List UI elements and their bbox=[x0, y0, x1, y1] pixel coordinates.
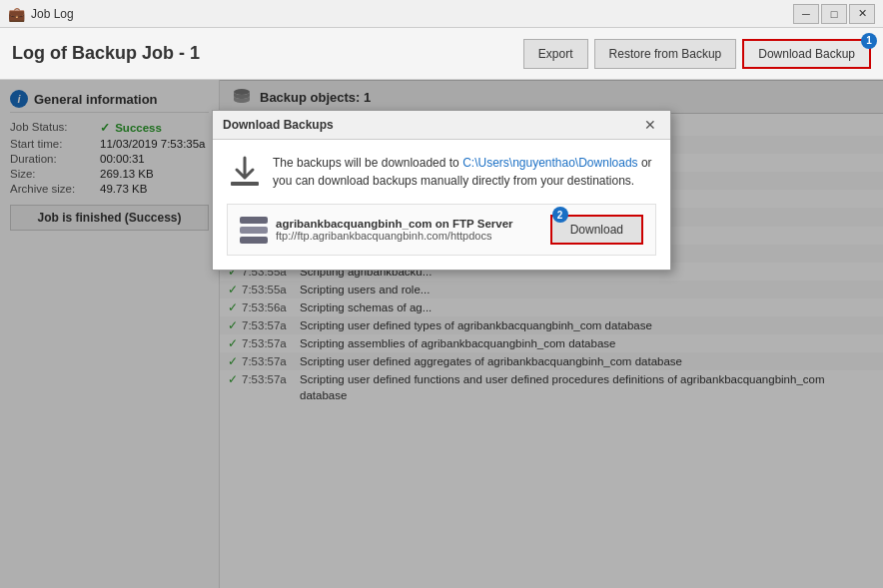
page-title: Log of Backup Job - 1 bbox=[12, 43, 200, 64]
ftp-row: agribankbacquangbinh_com on FTP Server f… bbox=[227, 204, 656, 256]
minimize-button[interactable]: ─ bbox=[793, 4, 819, 24]
ftp-server-name: agribankbacquangbinh_com on FTP Server bbox=[276, 218, 513, 230]
modal-title-bar: Download Backups ✕ bbox=[213, 111, 670, 140]
ftp-server-icon bbox=[240, 217, 268, 244]
svg-rect-1 bbox=[231, 182, 259, 186]
download-backup-button[interactable]: Download Backup bbox=[742, 39, 871, 69]
download-backups-modal: Download Backups ✕ The backups will be d… bbox=[212, 110, 671, 271]
download-backup-badge: 1 bbox=[861, 33, 877, 49]
app-title: Job Log bbox=[31, 7, 74, 21]
restore-from-backup-button[interactable]: Restore from Backup bbox=[594, 39, 737, 69]
title-bar: 💼 Job Log ─ □ ✕ bbox=[0, 0, 883, 28]
main-content: i General information Job Status: ✓ Succ… bbox=[0, 80, 883, 588]
download-button-badge: 2 bbox=[552, 207, 568, 223]
header-buttons: Export Restore from Backup Download Back… bbox=[523, 39, 871, 69]
modal-overlay: Download Backups ✕ The backups will be d… bbox=[0, 80, 883, 588]
modal-info: The backups will be downloaded to C:\Use… bbox=[227, 154, 656, 190]
close-button[interactable]: ✕ bbox=[849, 4, 875, 24]
download-big-icon bbox=[227, 154, 263, 190]
ftp-text: agribankbacquangbinh_com on FTP Server f… bbox=[276, 218, 513, 242]
modal-info-text: The backups will be downloaded to C:\Use… bbox=[273, 154, 656, 190]
window-controls: ─ □ ✕ bbox=[793, 4, 875, 24]
modal-body: The backups will be downloaded to C:\Use… bbox=[213, 140, 670, 270]
ftp-info: agribankbacquangbinh_com on FTP Server f… bbox=[240, 217, 513, 244]
app-icon: 💼 bbox=[8, 6, 25, 22]
maximize-button[interactable]: □ bbox=[821, 4, 847, 24]
export-button[interactable]: Export bbox=[523, 39, 588, 69]
modal-close-button[interactable]: ✕ bbox=[640, 117, 660, 133]
ftp-url: ftp://ftp.agribankbacquangbinh.com/httpd… bbox=[276, 230, 513, 242]
header: Log of Backup Job - 1 Export Restore fro… bbox=[0, 28, 883, 80]
modal-title: Download Backups bbox=[223, 118, 334, 132]
download-path-link[interactable]: C:\Users\nguyenthao\Downloads bbox=[462, 156, 637, 170]
